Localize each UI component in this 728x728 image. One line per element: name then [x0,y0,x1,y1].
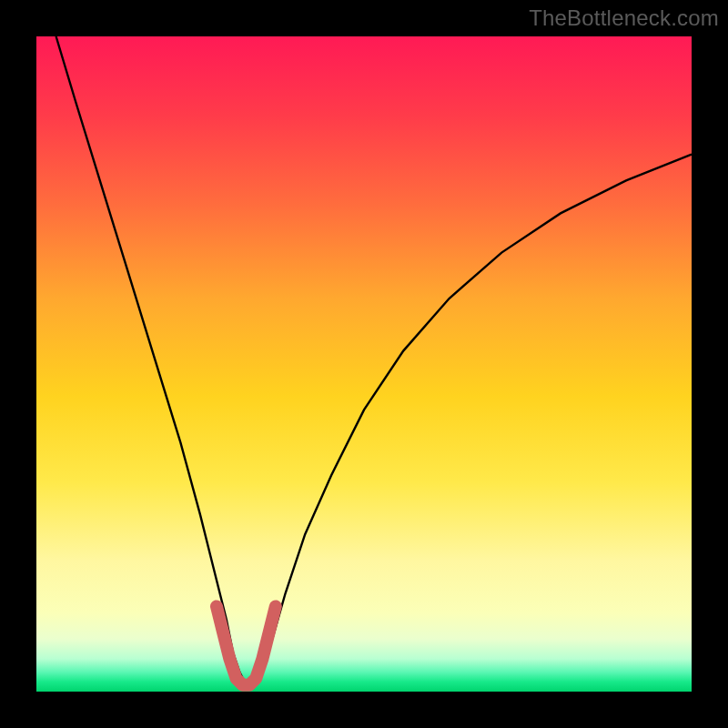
match-band [217,606,276,684]
bottleneck-curve [56,36,692,685]
curve-layer [36,36,692,692]
plot-area [36,36,692,692]
chart-frame: TheBottleneck.com [0,0,728,728]
watermark-text: TheBottleneck.com [529,5,719,31]
